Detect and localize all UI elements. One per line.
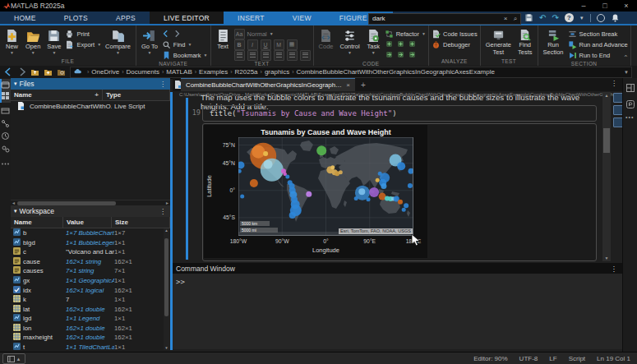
panel-toggle-button[interactable]: ▲ (2, 353, 25, 364)
maximize-button[interactable]: □ (594, 0, 616, 12)
breadcrumb-item[interactable]: Examples (199, 68, 228, 76)
workspace-column-name[interactable]: Name (11, 217, 63, 228)
tsunami-bubble[interactable] (306, 191, 312, 197)
command-prompt[interactable]: >> (176, 278, 185, 286)
tsunami-bubble[interactable] (381, 183, 386, 189)
scroll-up-icon[interactable]: ▲ (164, 228, 169, 233)
workspace-row[interactable]: blgd 1×1 BubbleLegend 1×1 (11, 238, 170, 248)
addons-icon[interactable] (1, 145, 10, 154)
tsunami-bubble[interactable] (358, 188, 365, 195)
command-window[interactable] (173, 263, 622, 349)
task-button[interactable]: Task▼ (364, 27, 383, 57)
workspace-row[interactable]: t 1×1 TiledChartLay... 1×1 (11, 343, 170, 352)
dropdown-icon[interactable]: ▼ (579, 16, 584, 21)
workspace-row[interactable]: c "Volcano and Lan... 1×1 (11, 247, 170, 257)
list-format-button[interactable] (300, 50, 311, 61)
back-icon[interactable] (4, 67, 13, 76)
workspace-row[interactable]: lgd 1×1 Legend 1×1 (11, 314, 170, 324)
new-button[interactable]: New▼ (2, 27, 21, 57)
file-row[interactable]: CombineBubbleChartWithO... Live Script (11, 101, 170, 112)
workspace-row[interactable]: cause 162×1 string 162×1 (11, 257, 170, 267)
editor-scrollbar[interactable]: ▲ ▼ (602, 92, 611, 261)
workspace-panel-header[interactable]: ▾ Workspace ⋮ (11, 205, 170, 217)
command-window-header[interactable]: Command Window ⋮ (173, 263, 622, 274)
close-button[interactable]: × (616, 0, 637, 12)
tsunami-bubble[interactable] (339, 170, 343, 174)
panels-icon[interactable] (626, 84, 635, 92)
workspace-row[interactable]: gx 1×1 GeographicA... 1×1 (11, 276, 170, 286)
bell-icon[interactable] (611, 13, 620, 22)
search-clear-icon[interactable]: × (501, 15, 510, 22)
breadcrumb[interactable]: ›OneDrive›Documents›MATLAB›Examples›R202… (70, 67, 632, 78)
tsunami-bubble[interactable] (354, 196, 358, 200)
tab-view[interactable]: VIEW (279, 12, 325, 24)
tsunami-bubble[interactable] (285, 174, 289, 178)
run-and-advance-button[interactable]: Run and Advance (568, 39, 628, 49)
format-more-button[interactable]: ▦ (287, 39, 298, 50)
go-to-button[interactable]: Go To▼ (139, 27, 160, 57)
search-box[interactable]: × ⌕ (368, 13, 521, 25)
tab-plots[interactable]: PLOTS (50, 12, 102, 24)
tsunami-bubble[interactable] (252, 145, 265, 159)
tsunami-bubble[interactable] (261, 159, 284, 182)
style-dropdown[interactable]: AaNormal▼ (234, 29, 311, 39)
geographic-axes[interactable]: 5000 km 5000 mi Esri, TomTom, FAO, NOAA,… (238, 137, 413, 236)
breadcrumb-item[interactable]: graphics (265, 68, 289, 76)
workflow-icon[interactable] (1, 119, 10, 128)
path-dropdown-icon[interactable]: ▼ (621, 70, 631, 75)
breadcrumb-item[interactable]: OneDrive (91, 68, 119, 76)
files-panel-header[interactable]: ▾ Files ⋮ (11, 78, 170, 90)
figure-output[interactable]: Tsunamis by Cause and Wave Height (204, 125, 427, 258)
workspace-scrollbar[interactable]: ▲ ▼ (164, 228, 169, 350)
tsunami-bubble[interactable] (264, 160, 273, 169)
files-manager-icon[interactable] (1, 81, 10, 90)
workspace-row[interactable]: idx 162×1 logical 162×1 (11, 285, 170, 295)
tsunami-bubble[interactable] (404, 203, 409, 208)
collapse-icon[interactable]: ▾ (14, 81, 17, 87)
redo-icon[interactable]: ↷ (552, 13, 558, 22)
tab-close-icon[interactable]: × (346, 81, 350, 89)
account-icon[interactable] (597, 14, 605, 22)
tsunami-bubble[interactable] (240, 195, 244, 199)
workspace-row[interactable]: lat 162×1 double 162×1 (11, 304, 170, 314)
tsunami-bubble[interactable] (250, 179, 258, 187)
grid-view-icon[interactable] (1, 91, 10, 100)
files-menu-icon[interactable]: ⋮ (159, 81, 167, 88)
tsunami-bubble[interactable] (398, 200, 403, 205)
control-button[interactable]: Control▼ (338, 27, 362, 57)
tab-apps[interactable]: APPS (102, 12, 150, 24)
generate-test-button[interactable]: Generate Test (483, 27, 514, 58)
new-tab-button[interactable]: + (355, 78, 372, 91)
code-button[interactable]: Code (316, 27, 336, 53)
scrollbar-thumb[interactable] (603, 128, 610, 153)
forward-icon[interactable] (17, 67, 26, 76)
tab-home[interactable]: HOME (0, 12, 50, 24)
workspace-row[interactable]: k 7 1×1 (11, 295, 170, 305)
breadcrumb-item[interactable]: Documents (126, 68, 159, 76)
scroll-up-icon[interactable]: ▲ (602, 93, 611, 98)
run-button[interactable]: Run▼ (634, 27, 637, 57)
run-section-button[interactable]: Run Section (541, 27, 566, 58)
search-icon[interactable]: ⌕ (510, 15, 520, 23)
code-line[interactable]: title("Tsunamis by Cause and Wave Height… (202, 105, 597, 122)
format-m-button[interactable]: M (274, 39, 284, 50)
ribbon-collapse-icon[interactable]: ⌃ (623, 54, 629, 62)
tsunami-bubble[interactable] (402, 208, 406, 212)
tsunami-bubble[interactable] (330, 165, 335, 169)
new-folder-icon[interactable] (44, 67, 53, 76)
code-issues-button[interactable]: Code Issues (432, 29, 478, 39)
workspace-menu-icon[interactable]: ⋮ (159, 208, 167, 215)
files-column-name[interactable]: Name+ (11, 90, 103, 100)
help-icon[interactable]: ? (565, 13, 574, 22)
tsunami-bubble[interactable] (316, 145, 326, 155)
tab-live-editor[interactable]: LIVE EDITOR (150, 12, 224, 24)
search-input[interactable] (369, 15, 501, 22)
find-tests-button[interactable]: Find Tests (515, 27, 535, 58)
tsunami-bubble[interactable] (369, 187, 379, 197)
list-format-button[interactable] (261, 50, 271, 61)
profiler-icon[interactable] (626, 100, 635, 108)
list-format-button[interactable] (247, 50, 258, 61)
editor-tab[interactable]: CombineBubbleChartWithOtherGraphicsInGeo… (181, 78, 355, 91)
minimize-button[interactable]: – (573, 0, 594, 12)
more-icon[interactable]: ••• (625, 114, 634, 120)
